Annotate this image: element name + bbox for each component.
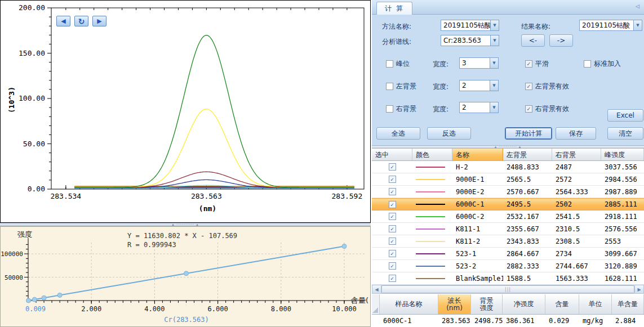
calibration-point[interactable] [342, 244, 347, 249]
collapse-panel-icon[interactable]: ◁ [636, 3, 639, 9]
checkbox-box[interactable] [386, 60, 393, 68]
row-checkbox[interactable]: ✓ [389, 176, 396, 183]
invert-selection-button[interactable]: 反选 [427, 127, 471, 140]
scroll-left-icon[interactable]: ◀ [372, 285, 381, 293]
column-header[interactable]: 净强度 [503, 294, 545, 314]
chevron-down-icon[interactable]: ▼ [633, 20, 642, 30]
row-checkbox[interactable]: ✓ [389, 262, 396, 270]
table-row[interactable]: ✓K811-12355.6672310.52576.556 [372, 223, 644, 235]
table-cell: 9000E-1 [452, 176, 503, 183]
left-background-valid-checkbox[interactable]: ✓左背景有效 [525, 82, 569, 91]
table-cell: 2570.667 [503, 188, 552, 196]
sample-table-body: 6000C-1283.5632498.75386.3610.029mg/kg2.… [372, 315, 644, 327]
peak-position-checkbox[interactable]: 峰位 [386, 59, 410, 69]
checkbox-box[interactable] [386, 83, 393, 90]
row-checkbox[interactable]: ✓ [389, 250, 396, 257]
calibration-xlabel: 含量( [351, 296, 368, 304]
svg-text:4.000: 4.000 [144, 305, 165, 313]
smooth-checkbox[interactable]: ✓平滑 [525, 59, 549, 69]
prev-result-button[interactable]: <- [521, 34, 545, 47]
column-header[interactable]: 颜色 [412, 149, 452, 160]
next-result-button[interactable]: -> [549, 34, 573, 47]
checkbox-box[interactable]: ✓ [525, 60, 532, 68]
calibration-equation: Y = 11630.802 * X - 107.569 [127, 232, 237, 240]
row-checkbox[interactable]: ✓ [389, 275, 396, 282]
table-row[interactable]: ✓6000C-22532.1672541.52918.111 [372, 210, 644, 223]
row-checkbox[interactable]: ✓ [389, 238, 396, 245]
left-background-checkbox[interactable]: 左背景 [386, 82, 416, 91]
row-checkbox[interactable]: ✓ [389, 225, 396, 232]
chevron-down-icon[interactable]: ▼ [490, 102, 498, 113]
save-button[interactable]: 保存 [556, 127, 596, 140]
column-header[interactable]: 单含量 [612, 294, 644, 314]
chevron-down-icon[interactable]: ▼ [490, 35, 499, 46]
method-name-dropdown[interactable]: 20191105钴酸 ▼ [441, 20, 499, 31]
svg-text:6.000: 6.000 [208, 305, 228, 313]
sample-result-table: 样品名称波长 (nm)背景 强度净强度含量单位单含量 6000C-1283.56… [372, 294, 644, 327]
column-header[interactable]: 峰强度 [601, 149, 644, 160]
checkbox-box[interactable] [584, 60, 591, 68]
select-all-button[interactable]: 全选 [376, 127, 420, 140]
row-checkbox[interactable]: ✓ [389, 163, 396, 171]
calibration-point[interactable] [42, 295, 46, 300]
table-row[interactable]: ✓6000C-12495.525022885.111 [372, 198, 644, 210]
calibration-point[interactable] [184, 271, 189, 276]
table-row[interactable]: ✓K811-22343.8332308.52553 [372, 235, 644, 248]
excel-button[interactable]: Excel [607, 109, 643, 122]
column-header[interactable]: 背景 强度 [471, 294, 503, 314]
checkbox-box[interactable]: ✓ [525, 105, 532, 113]
row-checkbox[interactable]: ✓ [389, 201, 396, 208]
right-background-checkbox[interactable]: 右背景 [386, 104, 416, 114]
calibration-point[interactable] [26, 298, 31, 303]
checkbox-label: 平滑 [535, 59, 549, 69]
row-checkbox[interactable]: ✓ [389, 213, 396, 220]
table-row[interactable]: ✓9000E-22570.6672564.3332987.889 [372, 186, 644, 198]
column-header[interactable]: 波长 (nm) [438, 294, 471, 314]
calibration-point[interactable] [32, 297, 37, 302]
column-header[interactable]: 单位 [579, 294, 612, 314]
start-calculation-button[interactable]: 开始计算 [505, 127, 552, 140]
width-dropdown-1[interactable]: 3 ▼ [459, 57, 499, 69]
table-row[interactable]: ✓H-22488.83324873037.556 [372, 161, 644, 173]
table-cell: mg/kg [579, 317, 612, 325]
column-header[interactable]: 左背景 [503, 149, 552, 160]
chart-prev-button[interactable]: ◀ [56, 16, 70, 26]
right-background-valid-checkbox[interactable]: ✓右背景有效 [525, 104, 569, 114]
table-cell: 2495.5 [503, 200, 552, 208]
series-color-swatch [416, 253, 445, 254]
table-corner-cell[interactable] [372, 294, 380, 314]
column-header[interactable]: 含量 [545, 294, 579, 314]
table-row[interactable]: ✓523-12864.66727343099.667 [372, 248, 644, 260]
table-row[interactable]: ✓523-22882.3332744.6673120.889 [372, 260, 644, 272]
chevron-down-icon[interactable]: ▼ [490, 20, 499, 30]
table-row[interactable]: ✓9000E-12565.525722984.556 [372, 173, 644, 186]
chart-refresh-button[interactable]: ↻ [74, 16, 88, 26]
analysis-line-dropdown[interactable]: Cr:283.563 ▼ [441, 35, 499, 46]
chevron-down-icon[interactable]: ▼ [490, 80, 498, 91]
calibration-point[interactable] [57, 293, 62, 297]
checkbox-box[interactable]: ✓ [525, 83, 532, 90]
column-header[interactable]: 右背景 [552, 149, 601, 160]
clear-button[interactable]: 清空 [607, 127, 643, 140]
calibration-r-value: R = 0.999943 [127, 241, 176, 249]
chevron-down-icon[interactable]: ▼ [490, 58, 498, 68]
column-header[interactable]: 样品名称 [380, 294, 438, 314]
checkbox-box[interactable] [386, 105, 393, 113]
chart-next-button[interactable]: ▶ [92, 16, 106, 26]
row-checkbox[interactable]: ✓ [389, 188, 396, 195]
result-name-dropdown[interactable]: 20191105钴酸 ▼ [579, 20, 642, 31]
standard-addition-checkbox[interactable]: 标准加入 [584, 59, 621, 69]
scroll-right-icon[interactable]: ▶ [634, 285, 643, 293]
results-table-hscrollbar[interactable]: ◀ ||| ▶ [372, 285, 644, 294]
table-cell: 2487 [552, 163, 601, 171]
width-dropdown-2[interactable]: 2 ▼ [459, 80, 499, 91]
table-cell: 9000E-2 [452, 188, 503, 196]
scrollbar-thumb[interactable]: ||| [381, 285, 634, 293]
table-row[interactable]: ✓BlankSample11588.51563.3331628.111 [372, 272, 644, 285]
table-cell: 6000C-1 [452, 200, 503, 208]
column-header[interactable]: 名称 [452, 149, 503, 160]
column-header[interactable]: 选中 [372, 149, 412, 160]
width-dropdown-3[interactable]: 2 ▼ [459, 102, 499, 113]
tab-calculation[interactable]: 计 算 [376, 2, 412, 15]
table-row[interactable]: 6000C-1283.5632498.75386.3610.029mg/kg2.… [372, 315, 644, 327]
